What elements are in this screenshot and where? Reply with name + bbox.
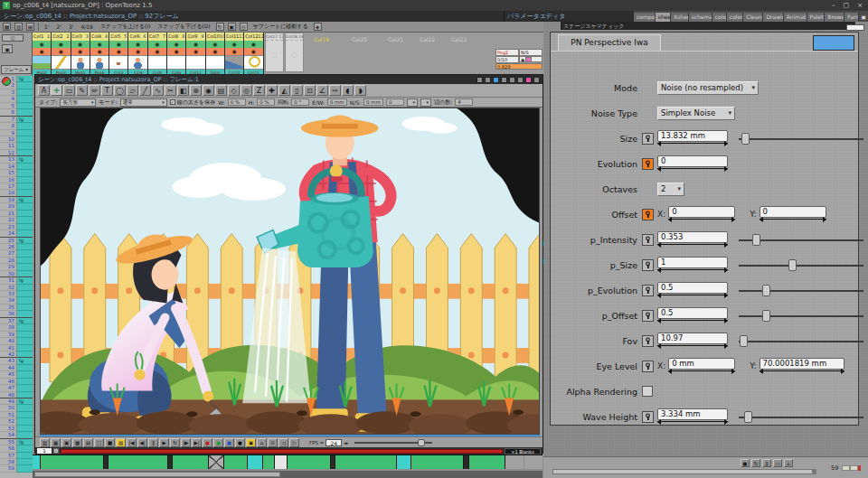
frame-row[interactable]: 29 — [0, 264, 33, 270]
slider-p_intensity[interactable] — [739, 233, 863, 247]
bottom-panel-button-2[interactable]: ‖ — [762, 459, 771, 467]
key-icon[interactable] — [642, 411, 654, 423]
column-render-toggle[interactable]: ◉ — [52, 48, 70, 55]
frame-row[interactable]: 31fg — [0, 277, 33, 284]
key-icon[interactable] — [642, 234, 654, 246]
frame-row[interactable]: 4 — [0, 96, 33, 102]
playback-button-19[interactable]: ▣ — [246, 438, 256, 447]
tool-option-field[interactable]: 0 mm — [363, 98, 383, 106]
tool-button-3[interactable]: ✎ — [76, 85, 88, 96]
xsheet-horizontal-scrollbar[interactable] — [33, 471, 542, 478]
scrollbar-thumb[interactable] — [34, 472, 280, 477]
playback-button-0[interactable]: ▥ — [40, 438, 50, 447]
slider-p_evolution[interactable] — [739, 284, 863, 297]
column-eye-toggle[interactable]: ◉ — [90, 41, 108, 48]
frame-row[interactable]: 41 — [0, 345, 33, 351]
tool-button-2[interactable]: ▭ — [63, 85, 75, 96]
frame-row[interactable]: 59 — [0, 465, 33, 472]
timeline-block[interactable] — [224, 455, 248, 469]
column-header[interactable]: Col44 — [90, 33, 108, 41]
timeline-block[interactable] — [248, 455, 263, 469]
workspace-tab-menu-icon[interactable]: ▣ — [859, 13, 868, 22]
slider-thumb[interactable] — [762, 285, 770, 296]
frame-row[interactable]: 7fg — [0, 117, 33, 123]
drag-handle[interactable] — [657, 421, 728, 425]
goto-subsheet-button[interactable]: サブシートに移動する — [251, 23, 310, 31]
tool-button-20[interactable]: ▯ — [291, 85, 303, 96]
playback-button-11[interactable]: ▶ — [159, 438, 169, 447]
frame-row[interactable]: 21 — [0, 211, 33, 217]
timeline-block[interactable] — [335, 455, 397, 469]
column-header[interactable]: Col77 — [148, 33, 166, 41]
fps-spinner[interactable]: ◂▸ — [344, 440, 348, 445]
column-header[interactable]: Col1010 — [206, 33, 224, 41]
timeline-block[interactable] — [288, 455, 331, 469]
column-eye-toggle[interactable]: ◉ — [33, 41, 51, 48]
tool-option-field[interactable]: 0 % — [257, 98, 275, 106]
playback-button-10[interactable]: ‖ — [148, 438, 158, 447]
column-eye-toggle[interactable]: ◉ — [71, 41, 90, 48]
canvas-illustration[interactable] — [40, 108, 540, 435]
viewer-window-icon-2[interactable] — [493, 77, 499, 83]
tool-button-21[interactable]: ⊡ — [304, 85, 316, 96]
frame-row[interactable]: 3 — [0, 89, 33, 96]
frame-row[interactable]: 25fg — [0, 238, 33, 244]
workspace-tab-drawing[interactable]: Drawing — [763, 13, 783, 22]
column-thumbnail[interactable] — [206, 55, 224, 70]
frame-row[interactable]: 16 — [0, 177, 33, 183]
workspace-tab-composit[interactable]: composit — [634, 13, 656, 22]
checkbox-alpha_rendering[interactable] — [642, 386, 653, 397]
playback-button-17[interactable]: ● — [224, 438, 234, 447]
frame-row[interactable]: 36 — [0, 311, 33, 317]
slider-thumb[interactable] — [418, 439, 425, 446]
key-icon[interactable] — [642, 158, 654, 170]
viewer-window-icon-1[interactable] — [485, 77, 491, 83]
drag-handle[interactable] — [760, 219, 826, 222]
column-thumbnail[interactable] — [90, 55, 108, 70]
frame-row[interactable]: 42 — [0, 351, 33, 358]
frame-row[interactable]: 39 — [0, 332, 33, 338]
tool-button-19[interactable]: ◭ — [278, 85, 290, 96]
drag-handle[interactable] — [668, 370, 735, 374]
drag-handle[interactable] — [657, 143, 728, 146]
frame-row[interactable]: 19fg — [0, 197, 33, 203]
drag-handle[interactable] — [657, 168, 728, 172]
tool-option-checkbox[interactable]: ✓線の太さを保存 — [170, 98, 215, 107]
slider-thumb[interactable] — [762, 310, 770, 322]
column-header[interactable]: Col11 — [33, 33, 51, 41]
workspace-tab-cleanup[interactable]: Cleanup — [743, 13, 763, 22]
bottom-panel-button-3[interactable]: ▭ — [773, 459, 782, 467]
playback-button-16[interactable]: ● — [213, 438, 223, 447]
mini-cell[interactable] — [842, 465, 850, 471]
workspace-tab-palette[interactable]: Palette — [807, 13, 826, 22]
frame-row[interactable]: 20 — [0, 203, 33, 210]
drag-handle[interactable] — [760, 370, 844, 374]
tool-button-12[interactable]: ⊕ — [190, 85, 202, 96]
field-offset-x[interactable]: 0 — [668, 206, 735, 218]
drag-handle[interactable] — [668, 219, 735, 222]
drag-handle[interactable] — [657, 345, 728, 349]
column-render-toggle[interactable]: ◉ — [109, 48, 127, 55]
frame-row[interactable]: 38 — [0, 324, 33, 331]
schematic-horizontal-scrollbar[interactable] — [552, 469, 816, 474]
column-header[interactable]: Col99 — [186, 33, 204, 41]
viewer-window-icon-7[interactable] — [533, 77, 540, 83]
slider-thumb[interactable] — [752, 234, 760, 246]
column-render-toggle[interactable]: ◉ — [148, 48, 166, 55]
playback-zoom-slider[interactable] — [354, 438, 432, 447]
column-eye-toggle[interactable]: ◉ — [206, 41, 224, 48]
workspace-tab-schematic[interactable]: schematic — [689, 13, 712, 22]
frame-row[interactable]: 46 — [0, 379, 33, 385]
drag-handle[interactable] — [657, 295, 728, 298]
playback-button-9[interactable]: ◀| — [137, 438, 147, 447]
column-render-toggle[interactable]: ◉ — [225, 48, 243, 55]
column-eye-toggle[interactable]: ◉ — [52, 41, 70, 48]
key-icon[interactable] — [642, 335, 654, 347]
field-wave_height[interactable]: 3.334 mm — [657, 408, 728, 420]
tool-button-25[interactable]: ◗ — [354, 85, 366, 96]
frame-row[interactable]: 40 — [0, 338, 33, 344]
frame-row[interactable]: 44 — [0, 365, 33, 371]
tool-button-22[interactable]: ∠ — [316, 85, 328, 96]
field-p_intensity[interactable]: 0.353 — [657, 231, 728, 243]
field-size[interactable]: 13.832 mm — [657, 130, 728, 142]
